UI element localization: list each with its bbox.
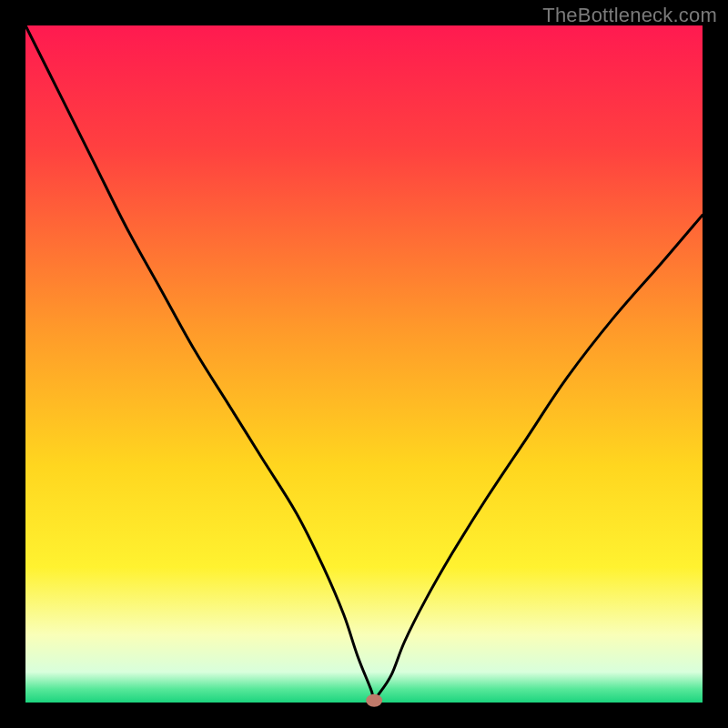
optimum-marker — [366, 694, 382, 707]
watermark-text: TheBottleneck.com — [542, 4, 717, 27]
bottleneck-chart — [0, 0, 728, 728]
svg-rect-1 — [25, 25, 703, 703]
chart-container: TheBottleneck.com — [0, 0, 728, 728]
